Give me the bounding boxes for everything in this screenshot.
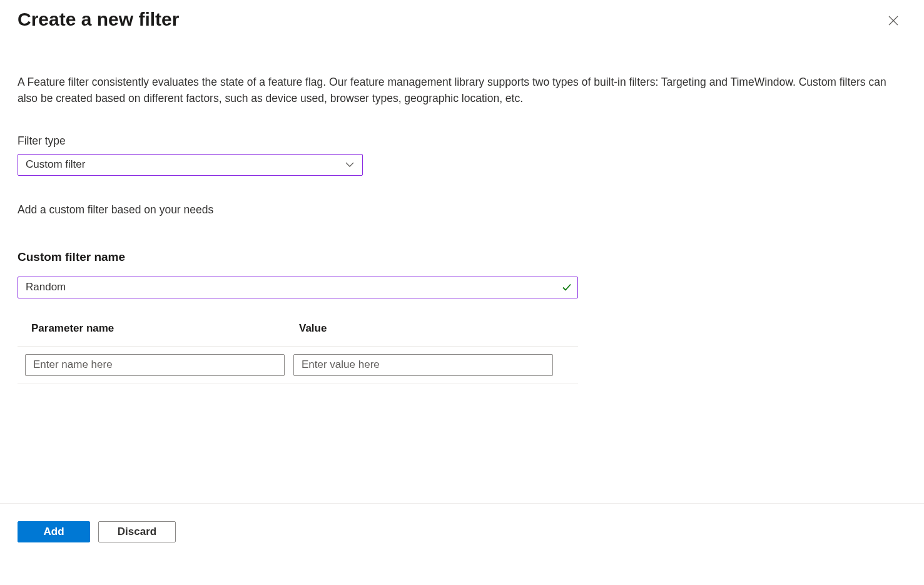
discard-button[interactable]: Discard <box>98 521 176 542</box>
parameter-table: Parameter name Value <box>18 322 578 384</box>
parameter-name-input[interactable] <box>25 354 285 376</box>
parameter-name-header: Parameter name <box>31 322 299 335</box>
filter-type-selected: Custom filter <box>26 158 85 171</box>
panel-header: Create a new filter <box>18 9 906 74</box>
custom-filter-name-label: Custom filter name <box>18 250 906 264</box>
panel-footer: Add Discard <box>0 503 924 542</box>
checkmark-icon <box>562 282 572 292</box>
chevron-down-icon <box>345 160 355 170</box>
filter-type-dropdown[interactable]: Custom filter <box>18 154 363 176</box>
parameter-value-input[interactable] <box>293 354 553 376</box>
close-icon <box>888 15 899 26</box>
add-button[interactable]: Add <box>18 521 90 542</box>
page-title: Create a new filter <box>18 9 179 30</box>
parameter-row <box>18 347 578 384</box>
filter-type-label: Filter type <box>18 135 906 148</box>
custom-filter-name-field <box>18 277 578 298</box>
custom-filter-name-input[interactable] <box>18 277 578 298</box>
description-text: A Feature filter consistently evaluates … <box>18 74 906 107</box>
parameter-value-header: Value <box>299 322 327 335</box>
parameter-table-header: Parameter name Value <box>18 322 578 347</box>
helper-text: Add a custom filter based on your needs <box>18 203 906 216</box>
create-filter-panel: Create a new filter A Feature filter con… <box>0 0 924 585</box>
close-button[interactable] <box>884 11 903 32</box>
